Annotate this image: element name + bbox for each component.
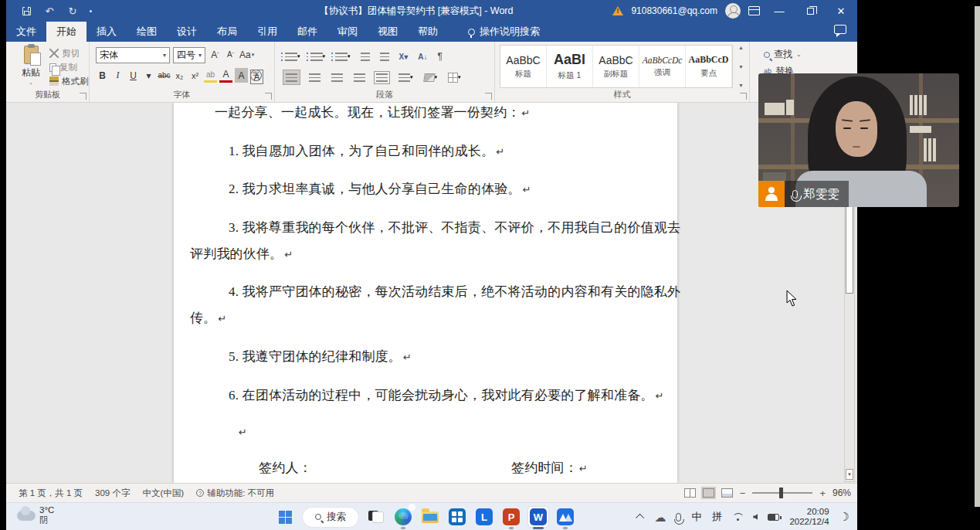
taskbar-search[interactable]: 搜索 xyxy=(302,507,359,528)
styles-scroll-down-icon[interactable]: ▼ xyxy=(738,64,744,70)
ime-language[interactable]: 中 xyxy=(691,510,702,524)
superscript-button[interactable]: x² xyxy=(188,68,202,83)
copy-button[interactable]: 复制 xyxy=(49,60,89,74)
zoom-percentage[interactable]: 96% xyxy=(832,488,851,498)
battery-icon[interactable] xyxy=(768,514,779,521)
account-avatar[interactable] xyxy=(725,3,741,19)
tab-design[interactable]: 设计 xyxy=(167,22,207,42)
volume-icon[interactable] xyxy=(753,514,758,520)
shading-button[interactable]: ▾ xyxy=(422,70,440,85)
web-layout-button[interactable] xyxy=(721,488,733,498)
change-case-button[interactable]: Aa▾ xyxy=(239,47,254,62)
ribbon-display-options-icon[interactable] xyxy=(748,6,760,15)
page-indicator[interactable]: 第 1 页，共 1 页 xyxy=(19,488,83,499)
zoom-slider[interactable] xyxy=(752,492,812,494)
style-item-subtitle[interactable]: AaBbC 副标题 xyxy=(593,46,639,87)
styles-more-icon[interactable]: ▼ xyxy=(738,83,744,88)
format-painter-button[interactable]: 格式刷 xyxy=(49,74,89,88)
align-center-button[interactable] xyxy=(307,70,323,85)
font-dialog-launcher[interactable] xyxy=(265,93,272,100)
task-view-button[interactable] xyxy=(366,507,386,527)
sort-button[interactable]: A↓ xyxy=(415,49,429,64)
edge-button[interactable] xyxy=(393,507,413,527)
undo-icon[interactable]: ↶ xyxy=(43,5,56,17)
tab-review[interactable]: 审阅 xyxy=(327,22,368,42)
increase-indent-button[interactable] xyxy=(378,49,392,64)
close-button[interactable]: ✕ xyxy=(829,0,853,22)
zoom-in-button[interactable]: + xyxy=(819,488,826,499)
word-button[interactable]: W xyxy=(528,507,548,527)
grow-font-button[interactable]: Aˆ xyxy=(209,47,222,62)
style-item-title[interactable]: AaBbC 标题 xyxy=(500,46,547,87)
zoom-slider-thumb[interactable] xyxy=(779,488,783,498)
webcam-overlay[interactable]: 郑雯雯 xyxy=(758,73,959,207)
paste-button[interactable]: 粘贴 ⌄ xyxy=(15,46,46,87)
style-item-heading1[interactable]: AaBl 标题 1 xyxy=(547,46,593,87)
word-count[interactable]: 309 个字 xyxy=(95,488,130,499)
scrollbar-down-icon[interactable]: ▼ xyxy=(846,469,853,480)
warning-icon[interactable] xyxy=(612,6,623,15)
underline-button[interactable]: U xyxy=(127,68,140,83)
underline-caret[interactable]: ▾ xyxy=(142,68,155,83)
clipboard-dialog-launcher[interactable] xyxy=(80,93,86,100)
font-size-combo[interactable]: 四号▾ xyxy=(173,47,205,63)
cut-button[interactable]: 剪切 xyxy=(49,46,89,60)
show-marks-button[interactable]: ¶ xyxy=(435,49,444,64)
accessibility-status[interactable]: ? 辅助功能: 不可用 xyxy=(196,488,274,499)
meeting-app-button[interactable] xyxy=(555,507,575,527)
zoom-out-button[interactable]: − xyxy=(740,488,746,499)
tray-mic-icon[interactable] xyxy=(676,513,681,522)
style-item-emphasis[interactable]: AaBbCcDc 强调 xyxy=(639,46,686,87)
tab-file[interactable]: 文件 xyxy=(6,22,46,42)
tab-references[interactable]: 引用 xyxy=(247,22,287,42)
highlight-button[interactable]: ab xyxy=(204,68,217,83)
file-explorer-button[interactable] xyxy=(420,507,440,527)
strikethrough-button[interactable]: abc xyxy=(158,68,171,83)
comments-icon[interactable] xyxy=(834,25,846,34)
decrease-indent-button[interactable] xyxy=(358,49,372,64)
bullets-button[interactable]: ▾ xyxy=(283,49,303,64)
multilevel-list-button[interactable]: ▾ xyxy=(333,49,353,64)
store-button[interactable] xyxy=(447,507,467,527)
taskbar-clock[interactable]: 20:09 2022/12/4 xyxy=(789,507,829,527)
tell-me-search[interactable]: 操作说明搜索 xyxy=(459,22,549,42)
asian-layout-button[interactable]: X▾ xyxy=(397,49,411,64)
justify-button[interactable] xyxy=(351,70,368,85)
subscript-button[interactable]: x₂ xyxy=(173,68,186,83)
powerpoint-button[interactable]: P xyxy=(501,507,521,527)
tab-help[interactable]: 帮助 xyxy=(408,22,448,42)
borders-button[interactable]: ▾ xyxy=(446,70,463,85)
read-mode-button[interactable] xyxy=(684,488,696,498)
account-email[interactable]: 910830661@qq.com xyxy=(631,5,717,16)
meeting-panel-edge[interactable] xyxy=(975,6,980,507)
minimize-button[interactable]: — xyxy=(768,0,791,22)
distribute-button[interactable] xyxy=(374,70,390,85)
tray-expand-icon[interactable] xyxy=(636,514,644,522)
bold-button[interactable]: B xyxy=(96,68,109,83)
find-button[interactable]: 查找 ⌄ xyxy=(764,48,802,61)
wifi-icon[interactable] xyxy=(732,513,743,521)
italic-button[interactable]: I xyxy=(111,68,124,83)
tab-layout[interactable]: 布局 xyxy=(207,22,247,42)
document-page[interactable]: 一起分享、一起成长。现在，让我们签署一份契约：↵ 1. 我自愿加入团体，为了自己… xyxy=(174,103,677,483)
tab-view[interactable]: 视图 xyxy=(368,22,408,42)
tab-mailings[interactable]: 邮件 xyxy=(287,22,327,42)
restore-button[interactable] xyxy=(799,0,822,22)
print-layout-button[interactable] xyxy=(703,488,714,498)
font-name-combo[interactable]: 宋体▾ xyxy=(96,47,170,63)
shrink-font-button[interactable]: Aˇ xyxy=(224,47,237,62)
weather-widget[interactable]: 3°C 阴 xyxy=(17,505,54,525)
tab-home[interactable]: 开始 xyxy=(46,22,86,42)
customize-qat-icon[interactable] xyxy=(90,10,92,12)
char-border-button[interactable]: A xyxy=(250,70,263,84)
ime-pinyin[interactable]: 拼 xyxy=(712,510,723,524)
night-mode-icon[interactable]: ☽ xyxy=(839,510,849,524)
char-shading-button[interactable]: A xyxy=(235,68,248,83)
paragraph-dialog-launcher[interactable] xyxy=(485,93,492,100)
start-button[interactable] xyxy=(275,507,295,527)
tab-insert[interactable]: 插入 xyxy=(86,22,127,42)
onedrive-cloud-icon[interactable]: ☁ xyxy=(654,511,666,523)
save-icon[interactable] xyxy=(20,5,32,17)
tab-draw[interactable]: 绘图 xyxy=(127,22,167,42)
redo-icon[interactable]: ↻ xyxy=(66,5,79,17)
